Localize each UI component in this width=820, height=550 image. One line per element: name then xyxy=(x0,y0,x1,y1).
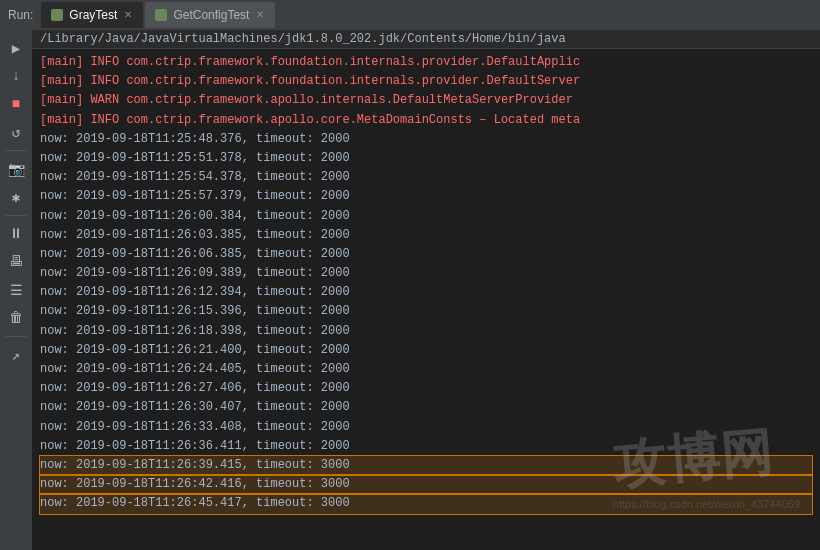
tab-close-gray-test[interactable]: ✕ xyxy=(123,10,133,20)
sidebar-separator-3 xyxy=(6,336,26,337)
main-area: ▶ ↓ ■ ↺ 📷 ✱ ⏸ 🖶 ☰ 🗑 ↗ /Library/Java/Java… xyxy=(0,30,820,550)
run-label: Run: xyxy=(8,8,33,22)
log-line: now: 2019-09-18T11:26:21.400, timeout: 2… xyxy=(40,341,812,360)
log-line: now: 2019-09-18T11:25:51.378, timeout: 2… xyxy=(40,149,812,168)
log-line: now: 2019-09-18T11:26:39.415, timeout: 3… xyxy=(40,456,812,475)
print-button[interactable]: 🖶 xyxy=(4,250,28,274)
sidebar-separator-1 xyxy=(6,150,26,151)
log-line: now: 2019-09-18T11:26:30.407, timeout: 2… xyxy=(40,398,812,417)
log-line: now: 2019-09-18T11:26:24.405, timeout: 2… xyxy=(40,360,812,379)
log-line: now: 2019-09-18T11:26:18.398, timeout: 2… xyxy=(40,322,812,341)
tab-gray-test[interactable]: GrayTest ✕ xyxy=(41,2,143,28)
log-line: [main] INFO com.ctrip.framework.apollo.c… xyxy=(40,111,812,130)
rerun-button[interactable]: ↺ xyxy=(4,120,28,144)
list-button[interactable]: ☰ xyxy=(4,278,28,302)
log-line: now: 2019-09-18T11:26:36.411, timeout: 2… xyxy=(40,437,812,456)
console-panel[interactable]: /Library/Java/JavaVirtualMachines/jdk1.8… xyxy=(32,30,820,550)
log-line: [main] INFO com.ctrip.framework.foundati… xyxy=(40,72,812,91)
log-line: now: 2019-09-18T11:26:42.416, timeout: 3… xyxy=(40,475,812,494)
pause-button[interactable]: ⏸ xyxy=(4,222,28,246)
log-line: now: 2019-09-18T11:26:12.394, timeout: 2… xyxy=(40,283,812,302)
tab-label-get-config-test: GetConfigTest xyxy=(173,8,249,22)
path-bar: /Library/Java/JavaVirtualMachines/jdk1.8… xyxy=(32,30,820,49)
scroll-down-button[interactable]: ↓ xyxy=(4,64,28,88)
stop-button[interactable]: ■ xyxy=(4,92,28,116)
log-line: [main] WARN com.ctrip.framework.apollo.i… xyxy=(40,91,812,110)
tab-label-gray-test: GrayTest xyxy=(69,8,117,22)
log-line: now: 2019-09-18T11:26:00.384, timeout: 2… xyxy=(40,207,812,226)
sidebar-separator-2 xyxy=(6,215,26,216)
run-button[interactable]: ▶ xyxy=(4,36,28,60)
snapshot-button[interactable]: 📷 xyxy=(4,157,28,181)
log-line: now: 2019-09-18T11:25:48.376, timeout: 2… xyxy=(40,130,812,149)
log-line: now: 2019-09-18T11:26:03.385, timeout: 2… xyxy=(40,226,812,245)
tab-icon-gray-test xyxy=(51,9,63,21)
log-line: now: 2019-09-18T11:26:06.385, timeout: 2… xyxy=(40,245,812,264)
settings-button[interactable]: ✱ xyxy=(4,185,28,209)
log-line: now: 2019-09-18T11:26:27.406, timeout: 2… xyxy=(40,379,812,398)
log-line: [main] INFO com.ctrip.framework.foundati… xyxy=(40,53,812,72)
log-line: now: 2019-09-18T11:25:54.378, timeout: 2… xyxy=(40,168,812,187)
external-button[interactable]: ↗ xyxy=(4,343,28,367)
clear-button[interactable]: 🗑 xyxy=(4,306,28,330)
tab-close-get-config-test[interactable]: ✕ xyxy=(255,10,265,20)
log-line: now: 2019-09-18T11:25:57.379, timeout: 2… xyxy=(40,187,812,206)
log-line: now: 2019-09-18T11:26:45.417, timeout: 3… xyxy=(40,494,812,513)
tab-bar: Run: GrayTest ✕ GetConfigTest ✕ xyxy=(0,0,820,30)
log-container: [main] INFO com.ctrip.framework.foundati… xyxy=(32,49,820,518)
tab-get-config-test[interactable]: GetConfigTest ✕ xyxy=(145,2,275,28)
sidebar: ▶ ↓ ■ ↺ 📷 ✱ ⏸ 🖶 ☰ 🗑 ↗ xyxy=(0,30,32,550)
tab-icon-get-config-test xyxy=(155,9,167,21)
log-line: now: 2019-09-18T11:26:09.389, timeout: 2… xyxy=(40,264,812,283)
log-line: now: 2019-09-18T11:26:33.408, timeout: 2… xyxy=(40,418,812,437)
log-line: now: 2019-09-18T11:26:15.396, timeout: 2… xyxy=(40,302,812,321)
